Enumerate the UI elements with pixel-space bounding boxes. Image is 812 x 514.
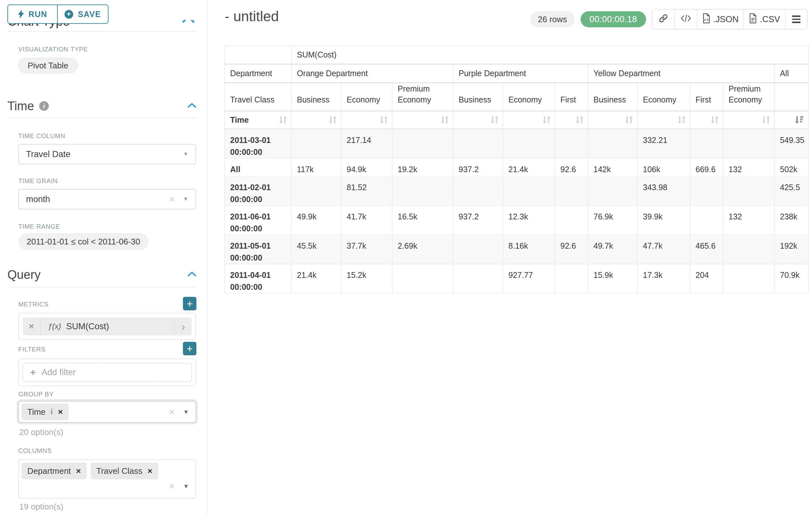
save-button-label: SAVE — [78, 10, 101, 19]
link-icon — [659, 13, 668, 25]
share-link-button[interactable] — [652, 10, 675, 29]
query-section-title: Query — [7, 268, 40, 282]
column-sort-header[interactable] — [291, 111, 341, 129]
filters-control: + Add filter — [18, 358, 196, 386]
pivot-cell — [453, 264, 503, 293]
metrics-label: METRICS — [18, 301, 49, 308]
pivot-cell: 238k — [775, 206, 809, 235]
column-sort-header[interactable] — [555, 111, 588, 129]
pivot-cell: 192k — [775, 235, 809, 264]
time-range-pill[interactable]: 2011-01-01 ≤ col < 2011-06-30 — [18, 233, 149, 250]
column-sort-header[interactable] — [588, 111, 637, 129]
group-by-label: GROUP BY — [18, 390, 54, 398]
pivot-cell — [291, 177, 341, 206]
department-group-header: Yellow Department — [588, 64, 775, 83]
time-range-label: TIME RANGE — [18, 223, 60, 230]
query-section-collapse-icon[interactable] — [187, 271, 197, 278]
column-sort-header-active[interactable] — [775, 111, 809, 129]
table-row: 2011-02-01 00:00:0081.52343.98425.5 — [225, 177, 809, 206]
pivot-cell — [392, 264, 453, 293]
csv-file-icon — [749, 13, 757, 26]
pivot-cell: 49.7k — [588, 235, 637, 264]
column-sort-header[interactable] — [723, 111, 775, 129]
remove-pill-icon[interactable]: × — [58, 407, 63, 417]
pivot-row-label: 2011-04-01 00:00:00 — [225, 264, 291, 293]
info-icon: i — [39, 101, 49, 111]
clear-icon[interactable]: × — [169, 481, 175, 491]
view-query-button[interactable] — [675, 10, 697, 29]
filters-label: FILTERS — [18, 346, 46, 353]
sort-icon — [677, 115, 687, 124]
add-filter-button[interactable]: + Add filter — [23, 363, 192, 382]
travel-class-header: Economy — [341, 83, 392, 111]
travel-class-header — [775, 83, 809, 111]
pivot-cell: 2.69k — [392, 235, 453, 264]
add-filter-plus-button[interactable]: + — [183, 342, 196, 355]
pivot-cell: 927.77 — [503, 264, 555, 293]
table-row: Time — [225, 111, 809, 129]
clear-icon[interactable]: × — [169, 407, 175, 417]
time-sort-header[interactable]: Time — [225, 111, 291, 129]
save-button[interactable]: + SAVE — [57, 5, 108, 23]
chart-toolbar: 26 rows 00:00:00.18 — [530, 9, 808, 30]
plus-icon: + — [30, 367, 36, 378]
time-column-select[interactable]: Travel Date ▼ — [18, 144, 196, 164]
sort-icon — [440, 115, 450, 124]
pivot-cell: 465.6 — [690, 235, 723, 264]
sort-icon — [542, 115, 551, 124]
time-column-label: TIME COLUMN — [18, 132, 65, 140]
column-sort-header[interactable] — [503, 111, 555, 129]
pivot-row-label: 2011-03-01 00:00:00 — [225, 129, 291, 158]
time-section-title: Time — [7, 99, 34, 113]
metric-pill[interactable]: × ƒ(x) SUM(Cost) › — [23, 317, 192, 335]
add-metric-button[interactable]: + — [183, 297, 196, 310]
column-sort-header[interactable] — [690, 111, 723, 129]
remove-metric-icon[interactable]: × — [23, 317, 41, 335]
column-sort-header[interactable] — [637, 111, 690, 129]
export-csv-button[interactable]: .CSV — [744, 10, 786, 29]
more-options-button[interactable] — [786, 10, 807, 29]
selected-option-pill[interactable]: Travel Class× — [90, 463, 158, 479]
time-section-collapse-icon[interactable] — [187, 102, 197, 110]
time-grain-label: TIME GRAIN — [18, 177, 58, 185]
column-sort-header[interactable] — [341, 111, 392, 129]
pivot-cell: 94.9k — [341, 158, 392, 177]
clear-icon[interactable]: × — [169, 194, 175, 204]
export-json-button[interactable]: .JSON — [697, 10, 744, 29]
metrics-control: × ƒ(x) SUM(Cost) › — [18, 313, 196, 340]
pivot-cell — [503, 177, 555, 206]
column-sort-header[interactable] — [453, 111, 503, 129]
columns-select[interactable]: Department×Travel Class× × ▼ — [18, 459, 196, 498]
visualization-type-pill[interactable]: Pivot Table — [18, 58, 78, 73]
sort-icon — [624, 115, 634, 124]
pivot-cell: 70.9k — [775, 264, 809, 293]
travel-class-header: First — [690, 83, 723, 111]
selected-option-pill[interactable]: Department× — [22, 463, 87, 479]
time-grain-select[interactable]: month × ▼ — [18, 189, 196, 210]
run-button[interactable]: RUN — [8, 5, 57, 23]
pivot-cell: 425.5 — [775, 177, 809, 206]
remove-pill-icon[interactable]: × — [148, 466, 152, 476]
chevron-down-icon: ▼ — [183, 151, 188, 157]
pivot-cell: 76.9k — [588, 206, 637, 235]
selected-option-pill[interactable]: Timei× — [22, 404, 69, 420]
divider — [7, 31, 197, 32]
pivot-cell: 12.3k — [503, 206, 555, 235]
pivot-cell — [690, 129, 723, 158]
column-sort-header[interactable] — [392, 111, 453, 129]
menu-icon — [792, 16, 801, 23]
group-by-select[interactable]: Timei× × ▼ — [18, 401, 196, 423]
superset-explore-view: Chart Type RUN + SAVE VISUALIZATION TYPE… — [0, 0, 812, 514]
pivot-cell — [723, 129, 775, 158]
remove-pill-icon[interactable]: × — [76, 466, 81, 476]
row-count-badge: 26 rows — [530, 11, 575, 27]
pivot-cell: 132 — [723, 206, 775, 235]
pivot-cell — [503, 129, 555, 158]
pivot-cell — [453, 177, 503, 206]
travel-class-row-label: Travel Class — [225, 83, 291, 111]
chevron-right-icon[interactable]: › — [174, 318, 192, 335]
run-save-button-group: RUN + SAVE — [7, 4, 109, 24]
pivot-cell: 15.2k — [341, 264, 392, 293]
info-icon: i — [51, 407, 53, 416]
chart-type-collapse-icon[interactable] — [181, 20, 196, 24]
